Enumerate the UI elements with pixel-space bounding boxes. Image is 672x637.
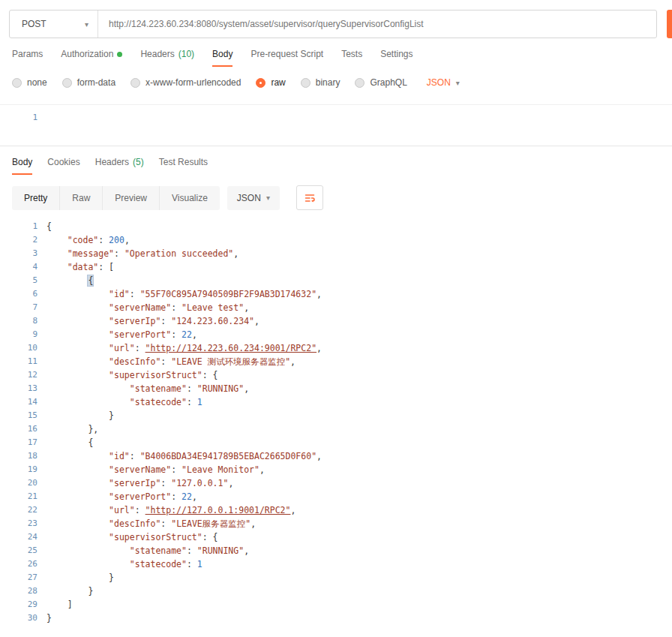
code-line: 16 },: [0, 422, 672, 436]
code-line: 28 }: [0, 584, 672, 598]
line-content: "statecode": 1: [46, 395, 202, 409]
method-select[interactable]: POST ▾: [10, 11, 98, 38]
line-number: 11: [0, 355, 38, 368]
line-content: {: [46, 220, 52, 233]
raw-language-select[interactable]: JSON ▾: [427, 77, 460, 88]
code-line: 1{: [0, 220, 672, 233]
line-number: 28: [0, 584, 38, 598]
code-line: 4 "data": [: [0, 260, 672, 274]
code-line: 26 "statecode": 1: [0, 557, 672, 571]
radio-binary[interactable]: binary: [301, 77, 340, 88]
code-line: 5 {: [0, 274, 672, 287]
send-button[interactable]: [667, 10, 672, 38]
line-content: "id": "55F70C895A7940509BF2F9AB3D174632"…: [46, 287, 322, 301]
code-line: 13 "statename": "RUNNING",: [0, 382, 672, 395]
radio-icon: [355, 78, 364, 88]
line-content: "id": "B4006BDA34E941789B5EBAC2665D0F60"…: [46, 449, 322, 463]
radio-form-data[interactable]: form-data: [62, 77, 116, 88]
code-line: 18 "id": "B4006BDA34E941789B5EBAC2665D0F…: [0, 449, 672, 463]
response-code[interactable]: 1{2 "code": 200,3 "message": "Operation …: [0, 220, 672, 625]
line-number: 17: [0, 436, 38, 449]
view-preview-button[interactable]: Preview: [103, 186, 160, 210]
request-url-bar: POST ▾ http://124.223.60.234:8080/system…: [0, 0, 672, 38]
tab-label: Cookies: [47, 157, 80, 167]
line-content: "serverPort": 22,: [46, 328, 197, 341]
line-number: 12: [0, 368, 38, 382]
tab-label: Headers: [140, 49, 174, 59]
tab-headers[interactable]: Headers (10): [140, 49, 194, 67]
wrap-text-button[interactable]: [296, 185, 323, 210]
line-content: "statename": "RUNNING",: [46, 544, 249, 557]
line-content: "descInfo": "LEAVE 测试环境服务器监控",: [46, 355, 296, 368]
tab-pre-request-script[interactable]: Pre-request Script: [250, 49, 323, 67]
request-body-editor[interactable]: 1: [0, 104, 672, 146]
line-number: 19: [0, 463, 38, 476]
line-content: },: [46, 422, 98, 436]
response-language-select[interactable]: JSON ▾: [227, 186, 280, 210]
code-line: 15 }: [0, 409, 672, 422]
code-line: 20 "serverIp": "127.0.0.1",: [0, 476, 672, 490]
radio-raw[interactable]: raw: [256, 77, 285, 88]
radio-icon: [130, 78, 140, 88]
line-number: 1: [0, 220, 38, 233]
method-label: POST: [22, 19, 46, 29]
view-pretty-button[interactable]: Pretty: [12, 186, 60, 210]
line-content: "supervisorStruct": {: [46, 368, 218, 382]
response-toolbar: Pretty Raw Preview Visualize JSON ▾: [12, 185, 672, 210]
tab-label: Tests: [341, 49, 362, 59]
line-number: 23: [0, 517, 38, 530]
radio-icon: [12, 78, 22, 88]
tab-settings[interactable]: Settings: [380, 49, 412, 67]
line-content: "data": [: [46, 260, 114, 274]
tab-label: Body: [12, 157, 32, 167]
line-number: 25: [0, 544, 38, 557]
radio-label: raw: [271, 77, 285, 88]
view-visualize-button[interactable]: Visualize: [160, 186, 220, 210]
wrap-text-icon: [304, 192, 316, 204]
body-type-selector: none form-data x-www-form-urlencoded raw…: [0, 73, 672, 92]
response-tab-cookies[interactable]: Cookies: [47, 157, 80, 175]
response-tab-body[interactable]: Body: [12, 157, 32, 175]
response-tabs: Body Cookies Headers (5) Test Results: [0, 157, 672, 175]
line-content: "statecode": 1: [46, 557, 202, 571]
line-content: "url": "http://127.0.0.1:9001/RPC2",: [46, 503, 296, 517]
tab-label: Headers: [95, 157, 129, 167]
view-raw-button[interactable]: Raw: [60, 186, 103, 210]
code-line: 21 "serverPort": 22,: [0, 490, 672, 503]
radio-label: form-data: [77, 77, 116, 88]
tab-label: Test Results: [159, 157, 208, 167]
chevron-down-icon: ▾: [85, 20, 88, 29]
code-line: 29 ]: [0, 598, 672, 611]
code-line: 22 "url": "http://127.0.0.1:9001/RPC2",: [0, 503, 672, 517]
line-number: 2: [0, 233, 38, 247]
tab-count: (5): [133, 157, 144, 167]
tab-authorization[interactable]: Authorization: [61, 49, 122, 67]
line-number: 24: [0, 530, 38, 544]
radio-icon: [256, 78, 266, 88]
line-content: {: [46, 436, 93, 449]
response-view-switch: Pretty Raw Preview Visualize: [12, 186, 220, 210]
editor-line: 1: [0, 111, 672, 125]
radio-x-www-form-urlencoded[interactable]: x-www-form-urlencoded: [130, 77, 241, 88]
url-input[interactable]: http://124.223.60.234:8080/system/asset/…: [98, 11, 656, 38]
line-content: "serverIp": "127.0.0.1",: [46, 476, 233, 490]
code-line: 27 }: [0, 571, 672, 584]
auth-status-dot-icon: [117, 52, 122, 57]
response-tab-test-results[interactable]: Test Results: [159, 157, 208, 175]
line-content: "serverName": "Leave Monitor",: [46, 463, 265, 476]
tab-label: Pre-request Script: [250, 49, 323, 59]
radio-label: none: [27, 77, 47, 88]
tab-body[interactable]: Body: [212, 49, 232, 67]
radio-graphql[interactable]: GraphQL: [355, 77, 406, 88]
tab-params[interactable]: Params: [12, 49, 43, 67]
line-content: "serverPort": 22,: [46, 490, 197, 503]
response-tab-headers[interactable]: Headers (5): [95, 157, 144, 175]
line-number: 16: [0, 422, 38, 436]
radio-label: x-www-form-urlencoded: [146, 77, 241, 88]
line-content: "descInfo": "LEAVE服务器监控",: [46, 517, 256, 530]
tab-tests[interactable]: Tests: [341, 49, 362, 67]
code-line: 10 "url": "http://124.223.60.234:9001/RP…: [0, 341, 672, 355]
radio-none[interactable]: none: [12, 77, 47, 88]
line-number: 27: [0, 571, 38, 584]
code-line: 8 "serverIp": "124.223.60.234",: [0, 314, 672, 328]
